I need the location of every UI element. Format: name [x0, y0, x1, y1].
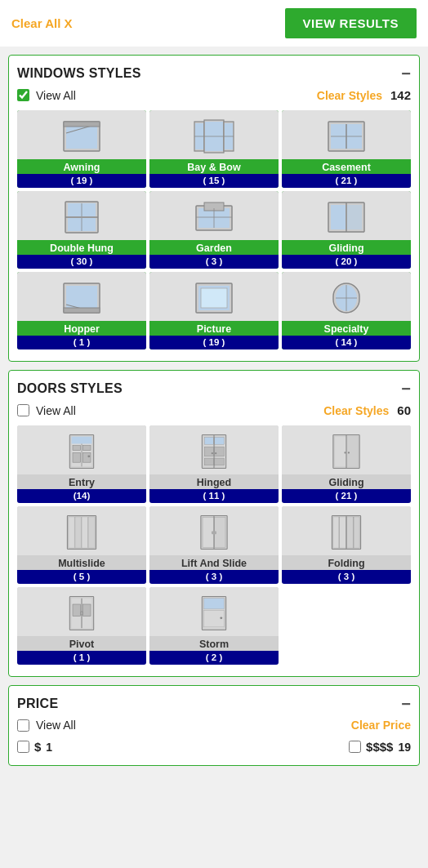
door-style-count: ( 11 ) [149, 489, 279, 503]
price-collapse-button[interactable]: − [401, 696, 411, 712]
price-count: 1 [46, 741, 52, 754]
window-style-item[interactable]: Gliding ( 20 ) [282, 191, 411, 269]
svg-point-61 [215, 452, 216, 454]
windows-styles-grid: Awning ( 19 ) Bay & Bow ( 15 ) Casement … [17, 110, 411, 349]
door-style-image [17, 506, 146, 555]
window-style-item[interactable]: Picture ( 19 ) [149, 272, 279, 349]
door-style-item[interactable]: Storm ( 2 ) [149, 587, 279, 665]
svg-rect-47 [73, 452, 81, 462]
windows-view-all-row: View All Clear Styles 142 [17, 88, 411, 102]
window-style-name: Bay & Bow [185, 159, 242, 174]
door-style-name: Folding [326, 555, 366, 570]
price-view-all-left: View All [17, 719, 76, 732]
window-style-name: Double Hung [48, 240, 115, 255]
doors-clear-styles-button[interactable]: Clear Styles [323, 404, 389, 417]
doors-styles-grid: Entry (14) Hinged ( 11 ) Gliding ( 21 ) [17, 425, 411, 665]
svg-rect-56 [215, 447, 225, 456]
windows-view-all-label: View All [36, 89, 76, 102]
svg-point-67 [348, 452, 350, 453]
svg-rect-27 [331, 205, 346, 229]
door-style-name: Pivot [68, 636, 96, 651]
view-results-button[interactable]: VIEW RESULTS [285, 8, 417, 38]
svg-rect-88 [73, 604, 81, 617]
door-style-item[interactable]: Multislide ( 5 ) [17, 506, 146, 584]
svg-rect-28 [347, 205, 362, 229]
price-item: $$$$ 19 [349, 740, 411, 754]
windows-clear-styles-button[interactable]: Clear Styles [317, 89, 382, 102]
doors-view-all-left: View All [17, 404, 76, 417]
door-style-image [282, 425, 411, 474]
doors-section-title: DOORS STYLES [17, 381, 123, 396]
window-style-image [149, 191, 279, 240]
windows-section: WINDOWS STYLES − View All Clear Styles 1… [8, 55, 420, 362]
door-style-count: ( 5 ) [17, 570, 146, 584]
door-style-name: Hinged [195, 474, 233, 489]
price-view-all-label: View All [36, 719, 76, 732]
svg-point-94 [220, 617, 222, 619]
price-checkbox[interactable] [349, 741, 361, 753]
price-symbol: $$$$ [366, 740, 393, 754]
price-items-row: $ 1 $$$$ 19 [17, 740, 411, 754]
window-style-item[interactable]: Hopper ( 1 ) [17, 272, 146, 349]
door-style-count: ( 2 ) [149, 651, 279, 665]
door-style-count: ( 3 ) [149, 570, 279, 584]
windows-view-all-checkbox[interactable] [17, 89, 29, 101]
doors-collapse-button[interactable]: − [401, 381, 411, 397]
door-style-item[interactable]: Pivot ( 1 ) [17, 587, 146, 665]
svg-rect-70 [75, 517, 81, 548]
door-style-image [17, 587, 146, 636]
price-item: $ 1 [17, 740, 52, 754]
window-style-count: ( 14 ) [282, 336, 411, 349]
window-style-item[interactable]: Bay & Bow ( 15 ) [149, 110, 279, 188]
price-section: PRICE − View All Clear Price $ 1 $$$$ 19 [8, 685, 420, 766]
window-style-item[interactable]: Awning ( 19 ) [17, 110, 146, 188]
window-style-item[interactable]: Garden ( 3 ) [149, 191, 279, 269]
svg-rect-33 [64, 308, 100, 313]
door-style-item[interactable]: Gliding ( 21 ) [282, 425, 411, 503]
svg-rect-55 [204, 447, 213, 456]
svg-rect-69 [69, 517, 74, 548]
window-style-count: ( 15 ) [149, 174, 279, 188]
windows-view-all-left: View All [17, 89, 76, 102]
door-style-count: ( 21 ) [282, 489, 411, 503]
svg-rect-58 [215, 458, 225, 465]
door-style-name: Gliding [327, 474, 365, 489]
doors-clear-count: Clear Styles 60 [323, 403, 411, 417]
svg-point-49 [87, 455, 90, 457]
svg-rect-77 [212, 532, 216, 535]
door-style-name: Storm [198, 636, 230, 651]
windows-collapse-button[interactable]: − [401, 65, 411, 82]
doors-view-all-row: View All Clear Styles 60 [17, 403, 411, 417]
clear-all-button[interactable]: Clear All X [11, 16, 72, 30]
svg-rect-43 [72, 437, 92, 444]
door-style-item[interactable]: Entry (14) [17, 425, 146, 503]
door-style-image [282, 506, 411, 555]
price-checkbox[interactable] [17, 741, 29, 753]
doors-view-all-checkbox[interactable] [17, 404, 29, 416]
window-style-image [149, 110, 279, 159]
window-style-name: Awning [62, 159, 102, 174]
window-style-count: ( 1 ) [17, 336, 146, 349]
window-style-image [282, 191, 411, 240]
window-style-item[interactable]: Casement ( 21 ) [282, 110, 411, 188]
door-style-item[interactable]: Lift And Slide ( 3 ) [149, 506, 279, 584]
window-style-item[interactable]: Double Hung ( 30 ) [17, 191, 146, 269]
door-style-item[interactable]: Folding ( 3 ) [282, 506, 411, 584]
window-style-item[interactable]: Specialty ( 14 ) [282, 272, 411, 349]
windows-count-badge: 142 [390, 88, 411, 102]
door-style-image [149, 425, 279, 474]
svg-rect-71 [82, 517, 87, 548]
window-style-count: ( 21 ) [282, 174, 411, 188]
svg-rect-3 [64, 122, 100, 127]
window-style-count: ( 20 ) [282, 255, 411, 269]
svg-rect-45 [73, 446, 81, 451]
svg-rect-31 [66, 286, 97, 310]
price-clear-button[interactable]: Clear Price [351, 719, 411, 732]
door-style-item[interactable]: Hinged ( 11 ) [149, 425, 279, 503]
svg-rect-48 [82, 452, 91, 462]
window-style-image [282, 272, 411, 321]
window-style-name: Picture [195, 321, 233, 336]
svg-rect-72 [88, 517, 95, 548]
svg-rect-53 [204, 437, 213, 444]
price-view-all-checkbox[interactable] [17, 719, 29, 732]
